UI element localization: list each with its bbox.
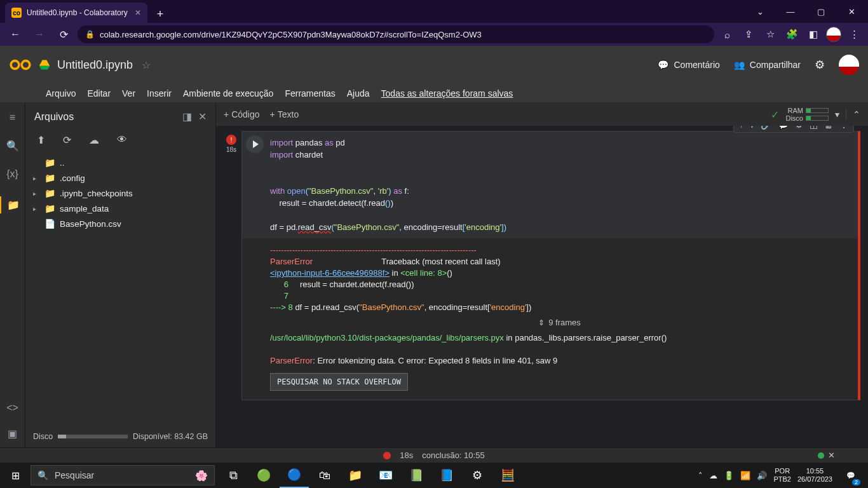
- collapse-icon[interactable]: ⌃: [846, 109, 860, 119]
- battery-icon[interactable]: 🔋: [724, 471, 734, 480]
- close-status-icon[interactable]: ✕: [828, 451, 835, 460]
- connected-dot-icon: [818, 452, 824, 459]
- language-indicator[interactable]: PORPTB2: [773, 467, 791, 484]
- word-icon[interactable]: 📘: [432, 463, 461, 488]
- menu-ambiente[interactable]: Ambiente de execução: [183, 88, 273, 98]
- tree-row[interactable]: 📄BasePython.csv: [32, 216, 209, 231]
- drive-icon: [38, 58, 51, 71]
- status-completion: conclusão: 10:55: [422, 451, 484, 460]
- reload-button[interactable]: ⟳: [53, 24, 74, 44]
- code-editor[interactable]: import pandas as pdimport chardet with o…: [242, 132, 858, 238]
- move-up-icon[interactable]: ↑: [739, 126, 743, 130]
- tree-row[interactable]: 📁..: [32, 155, 209, 170]
- show-hidden-icon[interactable]: 👁: [117, 134, 127, 146]
- new-window-icon[interactable]: ◨: [182, 111, 192, 123]
- more-cell-icon[interactable]: ⋮: [839, 126, 848, 130]
- sidepanel-icon[interactable]: ◧: [804, 25, 822, 43]
- forward-button[interactable]: →: [29, 24, 50, 44]
- toc-icon[interactable]: ≡: [10, 112, 15, 123]
- extensions-icon[interactable]: 🧩: [783, 25, 801, 43]
- share-button[interactable]: 👥 Compartilhar: [734, 60, 801, 70]
- excel-icon[interactable]: 📗: [402, 463, 431, 488]
- move-down-icon[interactable]: ↓: [750, 126, 754, 130]
- onedrive-icon[interactable]: ☁: [709, 471, 717, 480]
- delete-cell-icon[interactable]: 🗑: [824, 126, 833, 130]
- cell-action-bar: ↑ ↓ 🔗 💬 ⚙ ◫ 🗑 ⋮: [733, 126, 854, 133]
- comment-button[interactable]: 💬 Comentário: [658, 60, 719, 70]
- tree-row[interactable]: ▸📁sample_data: [32, 201, 209, 216]
- notebook-toolbar: +Código +Texto ✓ RAM Disco ▾ ⌃: [216, 103, 868, 126]
- chrome-icon[interactable]: 🔵: [280, 463, 309, 488]
- search-placeholder: Pesquisar: [55, 470, 94, 480]
- new-tab-button[interactable]: +: [151, 5, 169, 23]
- comment-cell-icon[interactable]: 💬: [778, 126, 789, 130]
- link-icon[interactable]: 🔗: [761, 126, 771, 130]
- terminal-icon[interactable]: ▣: [8, 428, 17, 440]
- clock[interactable]: 10:5526/07/2023: [797, 467, 832, 484]
- outlook-icon[interactable]: 📧: [371, 463, 400, 488]
- resource-indicator[interactable]: RAM Disco: [785, 107, 829, 122]
- volume-icon[interactable]: 🔊: [757, 471, 767, 480]
- tree-row[interactable]: ▸📁.ipynb_checkpoints: [32, 186, 209, 201]
- start-button[interactable]: ⊞: [0, 463, 31, 488]
- close-window-button[interactable]: ✕: [837, 2, 865, 21]
- settings-cell-icon[interactable]: ⚙: [795, 126, 803, 130]
- svg-point-1: [22, 61, 30, 69]
- close-tab-icon[interactable]: ✕: [135, 8, 141, 17]
- tray-chevron-icon[interactable]: ˄: [698, 471, 703, 480]
- stackoverflow-button[interactable]: PESQUISAR NO STACK OVERFLOW: [270, 373, 408, 391]
- mirror-icon[interactable]: ◫: [810, 126, 818, 130]
- share-icon[interactable]: ⇪: [740, 25, 757, 43]
- colab-logo-icon[interactable]: [9, 53, 32, 76]
- file-tree: 📁.. ▸📁.config ▸📁.ipynb_checkpoints ▸📁sam…: [25, 152, 215, 426]
- disk-bar: [58, 435, 128, 438]
- code-snippets-icon[interactable]: <>: [6, 402, 18, 414]
- explorer-icon[interactable]: 📁: [341, 463, 370, 488]
- menu-arquivo[interactable]: Arquivo: [46, 88, 76, 98]
- mount-drive-icon[interactable]: ☁: [89, 134, 99, 146]
- wifi-icon[interactable]: 📶: [740, 471, 750, 480]
- run-cell-button[interactable]: [246, 135, 264, 153]
- minimize-button[interactable]: —: [776, 2, 804, 21]
- bookmark-icon[interactable]: ☆: [761, 25, 779, 43]
- menu-ajuda[interactable]: Ajuda: [347, 88, 370, 98]
- files-tab-icon[interactable]: 📁: [0, 196, 25, 214]
- search-files-icon[interactable]: 🔍: [6, 140, 19, 152]
- gear-icon[interactable]: ⚙: [815, 58, 825, 72]
- profile-avatar[interactable]: [826, 27, 841, 42]
- close-panel-icon[interactable]: ✕: [198, 111, 207, 123]
- add-code-button[interactable]: +Código: [224, 109, 260, 119]
- add-text-button[interactable]: +Texto: [270, 109, 299, 119]
- document-title[interactable]: Untitled0.ipynb: [57, 58, 133, 72]
- dropdown-icon[interactable]: ▾: [835, 109, 839, 119]
- folder-icon: 📁: [44, 173, 56, 183]
- notifications-icon[interactable]: 💬2: [839, 463, 863, 488]
- calculator-icon[interactable]: 🧮: [493, 463, 522, 488]
- tree-row[interactable]: ▸📁.config: [32, 170, 209, 186]
- browser-tab[interactable]: co Untitled0.ipynb - Colaboratory ✕: [5, 3, 147, 23]
- menu-inserir[interactable]: Inserir: [147, 88, 172, 98]
- taskbar-search[interactable]: 🔍 Pesquisar 🌸: [31, 465, 215, 485]
- store-icon[interactable]: 🛍: [310, 463, 339, 488]
- maximize-button[interactable]: ▢: [807, 2, 835, 21]
- menu-ferramentas[interactable]: Ferramentas: [285, 88, 335, 98]
- upload-icon[interactable]: ⬆: [37, 134, 45, 146]
- user-avatar[interactable]: [839, 55, 859, 75]
- whatsapp-icon[interactable]: 🟢: [249, 463, 278, 488]
- menu-editar[interactable]: Editar: [87, 88, 111, 98]
- code-cell[interactable]: ↑ ↓ 🔗 💬 ⚙ ◫ 🗑 ⋮ import pandas as pdimpor…: [241, 131, 860, 400]
- task-view-icon[interactable]: ⧉: [219, 463, 248, 488]
- variables-icon[interactable]: {x}: [6, 168, 18, 180]
- kebab-menu-icon[interactable]: ⋮: [845, 25, 863, 43]
- settings-icon[interactable]: ⚙: [463, 463, 492, 488]
- chevron-down-icon[interactable]: ⌄: [746, 2, 774, 21]
- star-icon[interactable]: ☆: [142, 59, 151, 71]
- address-bar[interactable]: 🔒 colab.research.google.com/drive/1KZ94D…: [78, 25, 714, 43]
- folder-icon: 📁: [44, 203, 56, 214]
- system-tray: ˄ ☁ 🔋 📶 🔊 PORPTB2 10:5526/07/2023 💬2: [698, 463, 868, 488]
- search-icon[interactable]: ⌕: [718, 25, 736, 43]
- save-status[interactable]: Todas as alterações foram salvas: [381, 88, 513, 98]
- back-button[interactable]: ←: [5, 24, 25, 44]
- menu-ver[interactable]: Ver: [122, 88, 135, 98]
- refresh-icon[interactable]: ⟳: [63, 134, 71, 146]
